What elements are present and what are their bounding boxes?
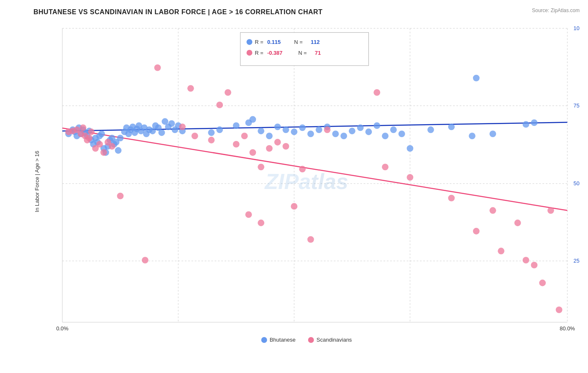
- svg-point-106: [531, 120, 537, 126]
- svg-point-132: [258, 164, 264, 170]
- svg-rect-24: [246, 50, 252, 56]
- svg-point-101: [448, 123, 455, 130]
- svg-point-139: [142, 257, 148, 263]
- svg-point-114: [86, 135, 92, 141]
- svg-line-17: [62, 128, 567, 210]
- y-axis-label: In Labor Force | Age > 16: [34, 151, 40, 212]
- svg-point-151: [523, 257, 529, 263]
- chart-title: BHUTANESE VS SCANDINAVIAN IN LABOR FORCE…: [33, 8, 580, 16]
- svg-point-96: [382, 133, 389, 139]
- svg-point-155: [539, 280, 546, 286]
- svg-text:R =: R =: [255, 39, 263, 45]
- svg-text:71: 71: [315, 50, 321, 56]
- svg-point-117: [96, 141, 103, 148]
- svg-point-131: [249, 149, 256, 156]
- svg-point-100: [427, 126, 434, 133]
- svg-point-146: [448, 195, 455, 202]
- svg-point-103: [489, 130, 496, 137]
- svg-point-118: [100, 149, 107, 156]
- svg-point-115: [88, 128, 95, 135]
- svg-point-135: [283, 143, 289, 150]
- svg-text:50.0%: 50.0%: [573, 180, 580, 186]
- scandinavians-legend-dot: [308, 337, 314, 343]
- svg-point-86: [299, 124, 306, 131]
- svg-point-82: [266, 133, 273, 139]
- svg-point-98: [399, 130, 405, 137]
- chart-area: In Labor Force | Age > 16 ZIPatlas 100.0…: [33, 20, 580, 343]
- svg-point-81: [258, 128, 264, 134]
- svg-point-91: [340, 133, 347, 139]
- svg-point-136: [291, 203, 297, 209]
- svg-point-120: [109, 143, 115, 150]
- svg-point-137: [299, 166, 306, 172]
- svg-point-147: [473, 228, 480, 235]
- bhutanese-label: Bhutanese: [270, 337, 296, 343]
- svg-point-69: [159, 129, 165, 136]
- svg-point-134: [274, 139, 281, 146]
- source-label: Source: ZipAtlas.com: [532, 8, 580, 13]
- svg-point-128: [233, 141, 240, 148]
- svg-point-121: [154, 64, 161, 71]
- svg-point-80: [249, 116, 256, 123]
- svg-text:0.115: 0.115: [267, 39, 281, 45]
- svg-point-133: [266, 145, 273, 152]
- svg-point-111: [80, 124, 87, 131]
- svg-point-78: [233, 122, 240, 129]
- svg-point-153: [547, 207, 554, 214]
- svg-point-142: [324, 126, 331, 133]
- svg-point-154: [556, 307, 562, 313]
- legend-bhutanese: Bhutanese: [261, 337, 296, 343]
- svg-point-88: [316, 126, 322, 133]
- svg-point-76: [208, 129, 215, 136]
- svg-point-84: [283, 126, 289, 133]
- svg-point-138: [117, 193, 124, 199]
- svg-point-123: [179, 123, 186, 130]
- svg-point-53: [117, 135, 124, 141]
- svg-point-87: [307, 130, 314, 137]
- svg-point-141: [307, 236, 314, 243]
- svg-point-85: [291, 128, 297, 135]
- svg-text:N =: N =: [298, 50, 307, 56]
- legend-scandinavians: Scandinavians: [308, 337, 352, 343]
- svg-point-145: [407, 174, 414, 181]
- svg-point-83: [274, 123, 281, 130]
- svg-point-94: [366, 128, 372, 135]
- svg-point-149: [498, 248, 504, 254]
- svg-point-144: [382, 164, 389, 170]
- scandinavians-label: Scandinavians: [317, 337, 352, 343]
- chart-container: BHUTANESE VS SCANDINAVIAN IN LABOR FORCE…: [0, 0, 588, 373]
- svg-point-93: [357, 124, 364, 131]
- svg-point-124: [192, 133, 198, 139]
- svg-rect-18: [240, 33, 369, 66]
- svg-point-125: [208, 137, 215, 143]
- svg-point-99: [407, 145, 414, 152]
- svg-point-92: [349, 128, 355, 134]
- svg-point-52: [115, 147, 122, 154]
- svg-point-44: [98, 130, 105, 137]
- svg-text:0.0%: 0.0%: [56, 325, 68, 332]
- bhutanese-legend-dot: [261, 337, 267, 343]
- svg-point-152: [531, 262, 537, 268]
- svg-text:25.0%: 25.0%: [573, 258, 580, 264]
- svg-text:100.0%: 100.0%: [573, 25, 580, 31]
- svg-text:80.0%: 80.0%: [560, 325, 575, 332]
- svg-point-143: [373, 89, 380, 96]
- svg-point-102: [469, 133, 476, 139]
- svg-point-150: [514, 220, 521, 226]
- svg-point-140: [258, 220, 264, 226]
- svg-point-129: [241, 133, 248, 139]
- svg-point-90: [332, 130, 339, 137]
- svg-point-130: [245, 211, 252, 218]
- svg-text:112: 112: [311, 39, 320, 45]
- svg-point-72: [168, 120, 175, 127]
- svg-text:N =: N =: [294, 39, 302, 45]
- svg-rect-19: [246, 39, 252, 45]
- svg-point-95: [373, 122, 380, 129]
- svg-point-148: [489, 207, 496, 214]
- svg-point-122: [187, 85, 194, 92]
- svg-text:75.0%: 75.0%: [573, 102, 580, 109]
- svg-point-105: [523, 121, 529, 128]
- svg-point-126: [216, 102, 223, 108]
- svg-point-104: [473, 75, 480, 82]
- scatter-chart: 100.0% 75.0% 50.0% 25.0% 0.0% 80.0% R = …: [33, 20, 580, 343]
